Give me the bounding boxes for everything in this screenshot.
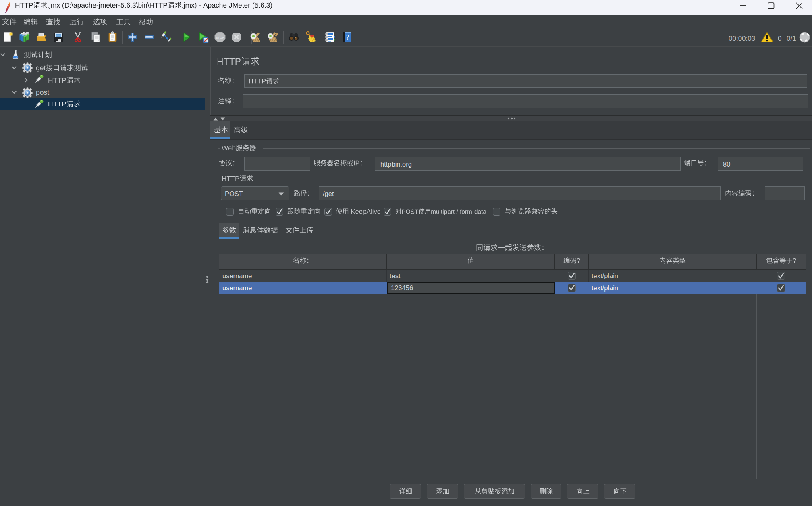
svg-text:STOP: STOP	[216, 36, 224, 40]
svg-text:?: ?	[346, 33, 350, 41]
